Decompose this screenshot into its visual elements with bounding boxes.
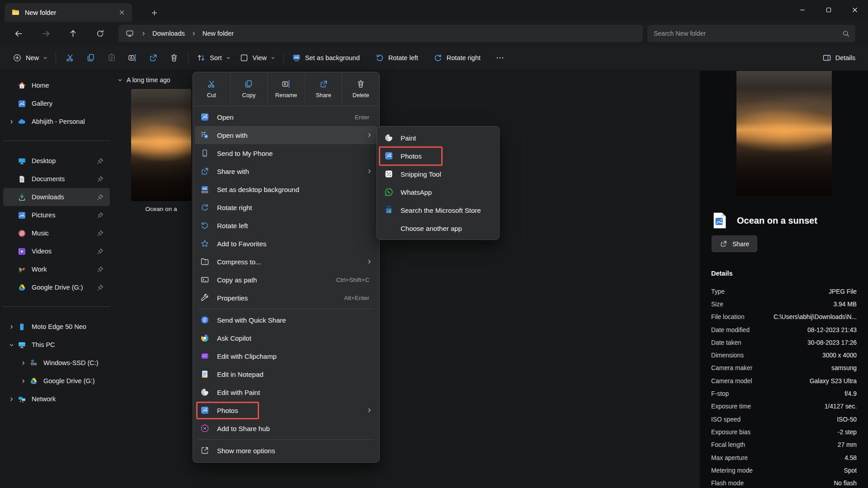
quick-action-delete[interactable]: Delete <box>342 72 379 106</box>
menu-item-label: Copy as path <box>217 276 336 284</box>
context-menu-item-compress-to[interactable]: Compress to... <box>195 253 377 271</box>
sidebar-item-desktop[interactable]: Desktop <box>3 152 110 170</box>
sidebar-item-gallery[interactable]: Gallery <box>3 94 110 113</box>
paste-button[interactable] <box>101 49 122 66</box>
chevron-down-icon[interactable] <box>7 343 16 347</box>
sidebar-item-pictures[interactable]: Pictures <box>3 206 110 224</box>
new-button[interactable]: New <box>8 49 52 66</box>
chevron-down-icon <box>118 78 123 83</box>
menu-item-label: Edit with Paint <box>217 389 373 396</box>
quick-action-copy[interactable]: Copy <box>230 72 268 106</box>
sidebar-item-windows-ssd-c[interactable]: Windows-SSD (C:) <box>3 354 110 372</box>
chevron-right-icon[interactable] <box>19 361 28 366</box>
sidebar-item-home[interactable]: Home <box>3 76 110 94</box>
share-button[interactable]: Share <box>712 235 757 252</box>
chevron-right-icon <box>191 31 196 36</box>
copy-button[interactable] <box>80 49 101 66</box>
context-menu-item-edit-with-paint[interactable]: Edit with Paint <box>195 383 377 401</box>
new-tab-button[interactable] <box>147 6 161 19</box>
forward-button[interactable] <box>37 25 54 42</box>
quick-action-rename[interactable]: Rename <box>267 72 305 106</box>
sidebar-item-documents[interactable]: Documents <box>3 170 110 188</box>
breadcrumb-item-new-folder[interactable]: New folder <box>201 28 236 38</box>
close-button[interactable] <box>842 0 868 20</box>
explorer-tab[interactable]: New folder <box>5 3 132 22</box>
context-menu-item-share-with[interactable]: Share with <box>195 162 377 180</box>
quick-share-icon <box>200 315 209 324</box>
whatsapp-icon <box>384 188 393 197</box>
context-menu-item-open[interactable]: OpenEnter <box>195 108 377 126</box>
context-menu-item-rotate-left[interactable]: Rotate left <box>195 216 377 235</box>
detail-value: samsung <box>752 365 857 371</box>
context-menu-item-open-with[interactable]: Open with <box>195 126 377 144</box>
tab-close-button[interactable] <box>116 7 127 19</box>
context-menu-item-rotate-right[interactable]: Rotate right <box>195 198 377 216</box>
context-menu-item-edit-in-notepad[interactable]: Edit in Notepad <box>195 365 377 383</box>
store-icon <box>384 206 393 215</box>
sort-button[interactable]: Sort <box>192 49 235 66</box>
chevron-right-icon[interactable] <box>19 379 28 384</box>
context-menu-item-show-more-options[interactable]: Show more options <box>195 441 377 460</box>
back-button[interactable] <box>10 25 27 42</box>
minimize-button[interactable] <box>789 0 816 20</box>
rotate-left-label: Rotate left <box>388 54 418 61</box>
context-menu-item-properties[interactable]: PropertiesAlt+Enter <box>195 289 377 307</box>
breadcrumb[interactable]: DownloadsNew folder <box>118 25 643 42</box>
context-menu-item-copy-as-path[interactable]: Copy as pathCtrl+Shift+C <box>195 271 377 289</box>
quick-action-cut[interactable]: Cut <box>193 72 230 106</box>
submenu-item-snipping-tool[interactable]: Snipping Tool <box>379 165 497 183</box>
view-button[interactable]: View <box>235 49 280 66</box>
sidebar-item-google-drive-g[interactable]: Google Drive (G:) <box>3 372 110 390</box>
sidebar-item-label: Google Drive (G:) <box>32 284 97 291</box>
sidebar-item-abhijith-personal[interactable]: Abhijith - Personal <box>3 113 110 131</box>
share-button[interactable] <box>143 49 164 66</box>
set-as-background-button[interactable]: Set as background <box>288 49 364 66</box>
rename-button[interactable] <box>122 49 143 66</box>
rotate-right-button[interactable]: Rotate right <box>429 49 485 66</box>
search-box[interactable]: Search New folder <box>647 25 855 42</box>
cut-button[interactable] <box>60 49 80 66</box>
sidebar-item-this-pc[interactable]: This PC <box>3 336 110 354</box>
submenu-item-whatsapp[interactable]: WhatsApp <box>379 183 497 201</box>
chevron-right-icon[interactable] <box>7 397 16 402</box>
context-menu-item-send-to-my-phone[interactable]: Send to My Phone <box>195 144 377 162</box>
maximize-button[interactable] <box>816 0 842 20</box>
chevron-right-icon[interactable] <box>7 119 16 124</box>
quick-action-share[interactable]: Share <box>305 72 342 106</box>
context-menu-item-add-to-favorites[interactable]: Add to Favorites <box>195 235 377 253</box>
submenu-item-search-the-microsoft-store[interactable]: Search the Microsoft Store <box>379 201 497 219</box>
context-menu-item-photos[interactable]: Photos <box>195 401 377 419</box>
context-menu-item-set-as-desktop-background[interactable]: Set as desktop background <box>195 180 377 198</box>
refresh-button[interactable] <box>91 25 108 42</box>
sidebar-item-downloads[interactable]: Downloads <box>3 188 110 206</box>
chevron-right-icon[interactable] <box>7 324 16 329</box>
file-thumbnail[interactable] <box>131 89 191 201</box>
sidebar-item-google-drive-g[interactable]: Google Drive (G:) <box>3 278 110 296</box>
context-menu-item-send-with-quick-share[interactable]: Send with Quick Share <box>195 311 377 329</box>
context-menu-item-ask-copilot[interactable]: Ask Copilot <box>195 329 377 347</box>
submenu-item-photos[interactable]: Photos <box>379 147 497 165</box>
up-button[interactable] <box>64 25 81 42</box>
rotate-left-button[interactable]: Rotate left <box>371 49 423 66</box>
submenu-item-paint[interactable]: Paint <box>379 129 497 147</box>
sidebar-item-moto-edge-50-neo[interactable]: Moto Edge 50 Neo <box>3 318 110 336</box>
sidebar-item-work[interactable]: Work <box>3 260 110 278</box>
sidebar-item-videos[interactable]: Videos <box>3 242 110 260</box>
context-menu-item-edit-with-clipchamp[interactable]: Edit with Clipchamp <box>195 347 377 365</box>
copilot-icon <box>200 333 209 343</box>
more-options-button[interactable] <box>490 49 510 66</box>
detail-row-type: TypeJPEG File <box>711 285 857 298</box>
file-preview-image <box>736 71 832 196</box>
sidebar-item-network[interactable]: Network <box>3 390 110 408</box>
group-header[interactable]: A long time ago <box>118 76 170 84</box>
context-menu-item-add-to-share-hub[interactable]: Add to Share hub <box>195 419 377 437</box>
details-heading: Details <box>711 270 733 277</box>
menu-item-label: Open with <box>217 131 367 139</box>
details-pane-button[interactable]: Details <box>818 49 860 66</box>
menu-item-label: Show more options <box>217 447 373 455</box>
share-icon <box>149 53 158 62</box>
breadcrumb-item-downloads[interactable]: Downloads <box>151 28 187 38</box>
sidebar-item-music[interactable]: Music <box>3 224 110 242</box>
delete-button[interactable] <box>164 49 184 66</box>
submenu-item-choose-another-app[interactable]: Choose another app <box>379 219 497 237</box>
